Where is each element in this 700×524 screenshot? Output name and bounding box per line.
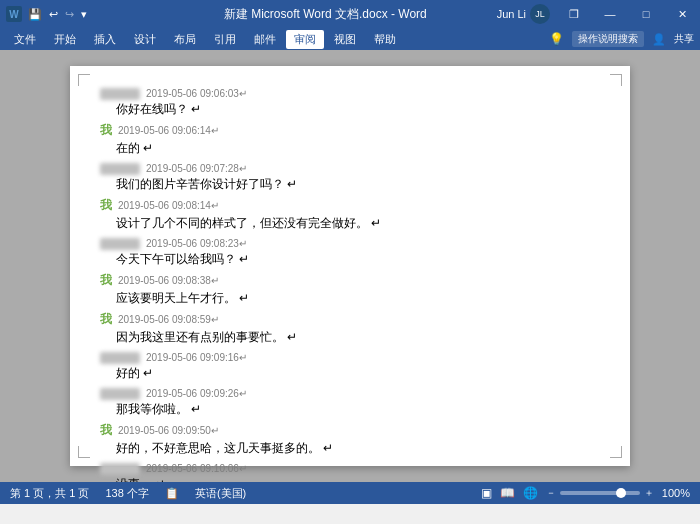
- sender-name: 我: [100, 311, 112, 328]
- message-body: 你好在线吗？ ↵: [100, 101, 600, 118]
- redo-button[interactable]: ↪: [63, 8, 76, 21]
- title-bar: W 💾 ↩ ↪ ▾ 新建 Microsoft Word 文档.docx - Wo…: [0, 0, 700, 28]
- tab-references[interactable]: 引用: [206, 30, 244, 49]
- chat-entry: 2019-05-06 09:06:03↵你好在线吗？ ↵: [100, 86, 600, 118]
- proofing-icon: 📋: [165, 487, 179, 500]
- ribbon-right: 💡 操作说明搜索 👤 共享: [549, 31, 694, 47]
- lightbulb-icon: 💡: [549, 32, 564, 46]
- name-blur: [100, 88, 140, 100]
- sender-name: [100, 350, 140, 364]
- message-time: 2019-05-06 09:08:59↵: [118, 314, 219, 325]
- sender-name: [100, 386, 140, 400]
- user-avatar[interactable]: JL: [530, 4, 550, 24]
- corner-mark-br: [610, 446, 622, 458]
- share-icon: 👤: [652, 33, 666, 46]
- corner-mark-tl: [78, 74, 90, 86]
- language: 英语(美国): [195, 486, 246, 501]
- chat-entry: 我2019-05-06 09:08:14↵设计了几个不同的样式了，但还没有完全做…: [100, 197, 600, 232]
- zoom-percentage: 100%: [662, 487, 690, 499]
- chat-header: 2019-05-06 09:08:23↵: [100, 236, 600, 250]
- message-time: 2019-05-06 09:09:50↵: [118, 425, 219, 436]
- chat-entry: 2019-05-06 09:10:06↵没事。 ↵: [100, 461, 600, 482]
- message-body: 那我等你啦。 ↵: [100, 401, 600, 418]
- chat-header: 2019-05-06 09:06:03↵: [100, 86, 600, 100]
- zoom-slider[interactable]: － ＋: [546, 486, 654, 500]
- print-view-button[interactable]: ▣: [481, 486, 492, 500]
- message-time: 2019-05-06 09:08:38↵: [118, 275, 219, 286]
- share-button[interactable]: 共享: [674, 32, 694, 46]
- tab-design[interactable]: 设计: [126, 30, 164, 49]
- status-left: 第 1 页，共 1 页 138 个字 📋 英语(美国): [10, 486, 246, 501]
- chat-header: 2019-05-06 09:09:16↵: [100, 350, 600, 364]
- tab-mailings[interactable]: 邮件: [246, 30, 284, 49]
- chat-header: 2019-05-06 09:10:06↵: [100, 461, 600, 475]
- minimize-button[interactable]: —: [592, 0, 628, 28]
- name-blur: [100, 163, 140, 175]
- sender-name: 我: [100, 272, 112, 289]
- chat-header: 我2019-05-06 09:09:50↵: [100, 422, 600, 439]
- message-body: 因为我这里还有点别的事要忙。 ↵: [100, 329, 600, 346]
- document-area: 2019-05-06 09:06:03↵你好在线吗？ ↵我2019-05-06 …: [0, 50, 700, 482]
- maximize-button[interactable]: □: [628, 0, 664, 28]
- message-body: 今天下午可以给我吗？ ↵: [100, 251, 600, 268]
- name-blur: [100, 463, 140, 475]
- tab-view[interactable]: 视图: [326, 30, 364, 49]
- web-view-button[interactable]: 🌐: [523, 486, 538, 500]
- chat-entry: 2019-05-06 09:08:23↵今天下午可以给我吗？ ↵: [100, 236, 600, 268]
- chat-entry: 我2019-05-06 09:08:38↵应该要明天上午才行。 ↵: [100, 272, 600, 307]
- sender-name: [100, 86, 140, 100]
- message-body: 在的 ↵: [100, 140, 600, 157]
- window-title: 新建 Microsoft Word 文档.docx - Word: [160, 6, 491, 23]
- name-blur: [100, 388, 140, 400]
- tab-review[interactable]: 审阅: [286, 30, 324, 49]
- sender-name: 我: [100, 122, 112, 139]
- tab-insert[interactable]: 插入: [86, 30, 124, 49]
- message-time: 2019-05-06 09:08:23↵: [146, 238, 247, 249]
- tab-file[interactable]: 文件: [6, 30, 44, 49]
- sender-name: 我: [100, 422, 112, 439]
- message-time: 2019-05-06 09:09:16↵: [146, 352, 247, 363]
- word-count: 138 个字: [105, 486, 148, 501]
- tab-home[interactable]: 开始: [46, 30, 84, 49]
- message-time: 2019-05-06 09:06:03↵: [146, 88, 247, 99]
- search-box[interactable]: 操作说明搜索: [572, 31, 644, 47]
- message-time: 2019-05-06 09:08:14↵: [118, 200, 219, 211]
- status-bar: 第 1 页，共 1 页 138 个字 📋 英语(美国) ▣ 📖 🌐 － ＋ 10…: [0, 482, 700, 504]
- zoom-thumb[interactable]: [616, 488, 626, 498]
- chat-entry: 我2019-05-06 09:09:50↵好的，不好意思哈，这几天事挺多的。 ↵: [100, 422, 600, 457]
- save-button[interactable]: 💾: [26, 8, 44, 21]
- corner-mark-bl: [78, 446, 90, 458]
- document-page: 2019-05-06 09:06:03↵你好在线吗？ ↵我2019-05-06 …: [70, 66, 630, 466]
- chat-entry: 我2019-05-06 09:06:14↵在的 ↵: [100, 122, 600, 157]
- message-body: 好的，不好意思哈，这几天事挺多的。 ↵: [100, 440, 600, 457]
- read-view-button[interactable]: 📖: [500, 486, 515, 500]
- close-button[interactable]: ✕: [664, 0, 700, 28]
- customize-qat-button[interactable]: ▾: [79, 8, 89, 21]
- restore-button[interactable]: ❐: [556, 0, 592, 28]
- page-info: 第 1 页，共 1 页: [10, 486, 89, 501]
- word-icon: W: [6, 6, 22, 22]
- message-body: 没事。 ↵: [100, 476, 600, 482]
- ribbon: 文件 开始 插入 设计 布局 引用 邮件 审阅 视图 帮助 💡 操作说明搜索 👤…: [0, 28, 700, 50]
- window-controls: ❐ — □ ✕: [556, 0, 700, 28]
- chat-header: 2019-05-06 09:09:26↵: [100, 386, 600, 400]
- message-time: 2019-05-06 09:09:26↵: [146, 388, 247, 399]
- status-right: ▣ 📖 🌐 － ＋ 100%: [481, 486, 690, 500]
- chat-entry: 我2019-05-06 09:08:59↵因为我这里还有点别的事要忙。 ↵: [100, 311, 600, 346]
- sender-name: [100, 161, 140, 175]
- undo-button[interactable]: ↩: [47, 8, 60, 21]
- user-name: Jun Li: [497, 8, 526, 20]
- chat-header: 我2019-05-06 09:08:38↵: [100, 272, 600, 289]
- chat-entry: 2019-05-06 09:07:28↵我们的图片辛苦你设计好了吗？ ↵: [100, 161, 600, 193]
- zoom-out-icon[interactable]: －: [546, 486, 556, 500]
- zoom-in-icon[interactable]: ＋: [644, 486, 654, 500]
- tab-layout[interactable]: 布局: [166, 30, 204, 49]
- quick-access-toolbar: 💾 ↩ ↪ ▾: [26, 8, 89, 21]
- tab-help[interactable]: 帮助: [366, 30, 404, 49]
- chat-header: 我2019-05-06 09:08:14↵: [100, 197, 600, 214]
- zoom-track[interactable]: [560, 491, 640, 495]
- chat-entry: 2019-05-06 09:09:16↵好的 ↵: [100, 350, 600, 382]
- name-blur: [100, 238, 140, 250]
- message-body: 应该要明天上午才行。 ↵: [100, 290, 600, 307]
- message-time: 2019-05-06 09:10:06↵: [146, 463, 247, 474]
